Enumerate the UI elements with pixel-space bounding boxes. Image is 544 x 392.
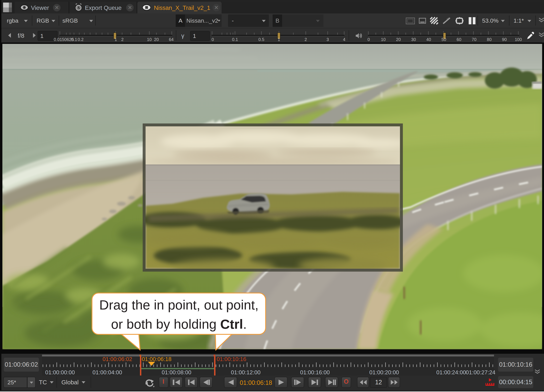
svg-text:or both by holding Ctrl.: or both by holding Ctrl. <box>111 317 247 332</box>
svg-text:Drag the in point, out point,: Drag the in point, out point, <box>99 297 259 312</box>
